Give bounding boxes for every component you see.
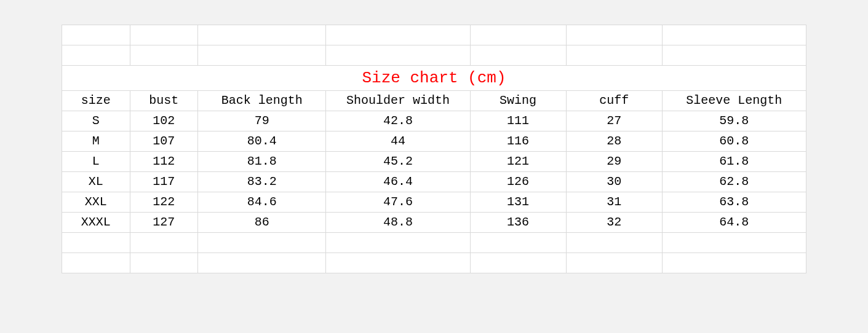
blank-cell [326,253,470,273]
blank-row [62,253,806,273]
blank-cell [130,45,198,66]
cell-size: XXL [62,192,130,213]
cell-shoulder-width: 44 [326,131,470,152]
cell-bust: 117 [130,172,198,192]
cell-swing: 121 [470,152,566,172]
cell-cuff: 31 [566,192,662,213]
blank-cell [566,253,662,273]
blank-cell [62,45,130,66]
blank-cell [662,25,806,45]
blank-cell [566,233,662,253]
cell-sleeve-length: 62.8 [662,172,806,192]
blank-cell [198,253,326,273]
blank-cell [662,45,806,66]
cell-size: XXXL [62,213,130,233]
cell-back-length: 81.8 [198,152,326,172]
blank-cell [62,25,130,45]
size-chart-table: Size chart (cm) size bust Back length Sh… [62,25,806,273]
cell-back-length: 84.6 [198,192,326,213]
cell-shoulder-width: 42.8 [326,111,470,131]
header-row: size bust Back length Shoulder width Swi… [62,91,806,111]
blank-cell [470,233,566,253]
blank-cell [470,45,566,66]
cell-shoulder-width: 46.4 [326,172,470,192]
table-row: S 102 79 42.8 111 27 59.8 [62,111,806,131]
cell-bust: 102 [130,111,198,131]
blank-cell [470,253,566,273]
cell-back-length: 86 [198,213,326,233]
col-header-swing: Swing [470,91,566,111]
blank-row [62,233,806,253]
cell-bust: 127 [130,213,198,233]
blank-cell [566,45,662,66]
blank-cell [198,45,326,66]
cell-sleeve-length: 60.8 [662,131,806,152]
col-header-shoulder-width: Shoulder width [326,91,470,111]
cell-bust: 112 [130,152,198,172]
cell-swing: 126 [470,172,566,192]
blank-cell [326,233,470,253]
blank-row [62,25,806,45]
cell-bust: 122 [130,192,198,213]
cell-cuff: 28 [566,131,662,152]
cell-sleeve-length: 61.8 [662,152,806,172]
blank-cell [662,233,806,253]
cell-cuff: 30 [566,172,662,192]
blank-cell [198,25,326,45]
blank-cell [198,233,326,253]
table-row: XXXL 127 86 48.8 136 32 64.8 [62,213,806,233]
cell-sleeve-length: 59.8 [662,111,806,131]
cell-bust: 107 [130,131,198,152]
blank-cell [326,45,470,66]
cell-shoulder-width: 47.6 [326,192,470,213]
cell-size: M [62,131,130,152]
blank-cell [326,25,470,45]
cell-swing: 136 [470,213,566,233]
cell-back-length: 83.2 [198,172,326,192]
table-row: XXL 122 84.6 47.6 131 31 63.8 [62,192,806,213]
col-header-cuff: cuff [566,91,662,111]
cell-shoulder-width: 48.8 [326,213,470,233]
blank-cell [62,253,130,273]
cell-swing: 116 [470,131,566,152]
cell-sleeve-length: 63.8 [662,192,806,213]
blank-cell [62,233,130,253]
table-row: L 112 81.8 45.2 121 29 61.8 [62,152,806,172]
blank-cell [566,25,662,45]
blank-cell [130,233,198,253]
blank-cell [662,253,806,273]
cell-size: L [62,152,130,172]
chart-title: Size chart (cm) [62,66,806,91]
cell-size: XL [62,172,130,192]
blank-cell [130,25,198,45]
col-header-size: size [62,91,130,111]
col-header-back-length: Back length [198,91,326,111]
cell-sleeve-length: 64.8 [662,213,806,233]
cell-size: S [62,111,130,131]
cell-swing: 131 [470,192,566,213]
table-row: M 107 80.4 44 116 28 60.8 [62,131,806,152]
col-header-bust: bust [130,91,198,111]
blank-cell [130,253,198,273]
col-header-sleeve-length: Sleeve Length [662,91,806,111]
blank-row [62,45,806,66]
cell-shoulder-width: 45.2 [326,152,470,172]
cell-back-length: 79 [198,111,326,131]
cell-back-length: 80.4 [198,131,326,152]
spreadsheet-page: Size chart (cm) size bust Back length Sh… [0,0,868,333]
cell-cuff: 27 [566,111,662,131]
title-row: Size chart (cm) [62,66,806,91]
blank-cell [470,25,566,45]
table-row: XL 117 83.2 46.4 126 30 62.8 [62,172,806,192]
cell-cuff: 32 [566,213,662,233]
cell-swing: 111 [470,111,566,131]
cell-cuff: 29 [566,152,662,172]
